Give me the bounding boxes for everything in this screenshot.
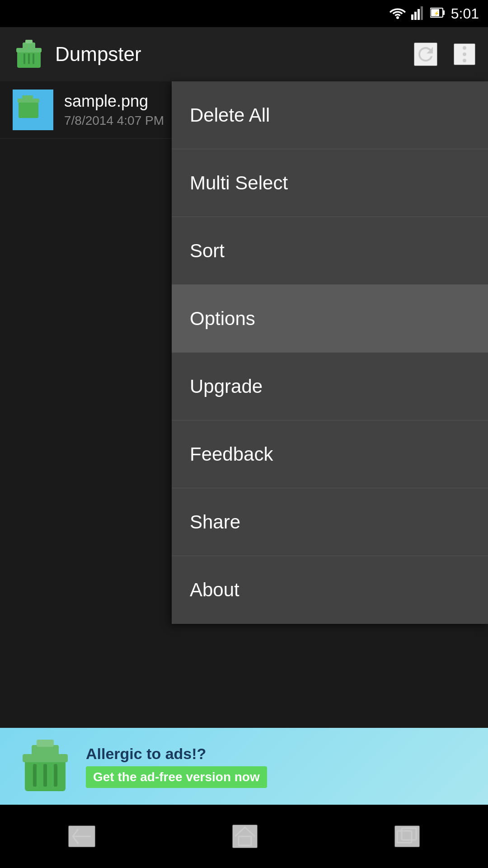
home-button[interactable] (232, 825, 258, 848)
svg-point-18 (463, 59, 466, 62)
app-logo (13, 38, 45, 71)
status-time: 5:01 (451, 5, 479, 22)
svg-rect-4 (421, 6, 423, 20)
menu-item-multi-select[interactable]: Multi Select (172, 149, 488, 217)
svg-rect-15 (33, 53, 34, 64)
bottom-nav (0, 805, 488, 868)
more-options-button[interactable] (454, 43, 475, 65)
svg-rect-1 (411, 14, 413, 20)
battery-icon: ⚡ (430, 6, 446, 21)
svg-rect-13 (23, 53, 25, 64)
menu-item-feedback[interactable]: Feedback (172, 420, 488, 488)
menu-overlay: Delete All Multi Select Sort Options Upg… (0, 81, 488, 805)
svg-point-16 (463, 46, 466, 50)
back-button[interactable] (68, 826, 95, 847)
app-bar-actions (414, 42, 475, 66)
content-area: sample.png 7/8/2014 4:07 PM Delete All M… (0, 81, 488, 805)
status-icons: ⚡ 5:01 (389, 5, 479, 22)
svg-point-0 (396, 16, 399, 19)
svg-rect-7 (443, 10, 445, 15)
menu-item-share[interactable]: Share (172, 488, 488, 556)
svg-point-17 (463, 52, 466, 56)
svg-rect-31 (239, 836, 251, 845)
svg-text:⚡: ⚡ (434, 10, 440, 16)
refresh-button[interactable] (414, 42, 437, 66)
menu-item-upgrade[interactable]: Upgrade (172, 353, 488, 420)
svg-rect-32 (397, 831, 412, 843)
svg-rect-33 (402, 828, 416, 840)
app-title: Dumpster (55, 43, 414, 66)
dropdown-menu: Delete All Multi Select Sort Options Upg… (172, 81, 488, 624)
app-bar: Dumpster (0, 27, 488, 81)
svg-rect-12 (25, 40, 33, 43)
menu-item-options[interactable]: Options (172, 285, 488, 353)
status-bar: ⚡ 5:01 (0, 0, 488, 27)
menu-item-sort[interactable]: Sort (172, 217, 488, 285)
menu-item-about[interactable]: About (172, 556, 488, 624)
menu-item-delete-all[interactable]: Delete All (172, 81, 488, 149)
signal-icon (411, 5, 425, 22)
svg-rect-14 (28, 53, 30, 64)
svg-rect-2 (414, 12, 417, 20)
recents-button[interactable] (394, 826, 420, 847)
svg-rect-3 (418, 9, 420, 20)
wifi-icon (389, 6, 406, 21)
svg-rect-11 (23, 42, 35, 49)
